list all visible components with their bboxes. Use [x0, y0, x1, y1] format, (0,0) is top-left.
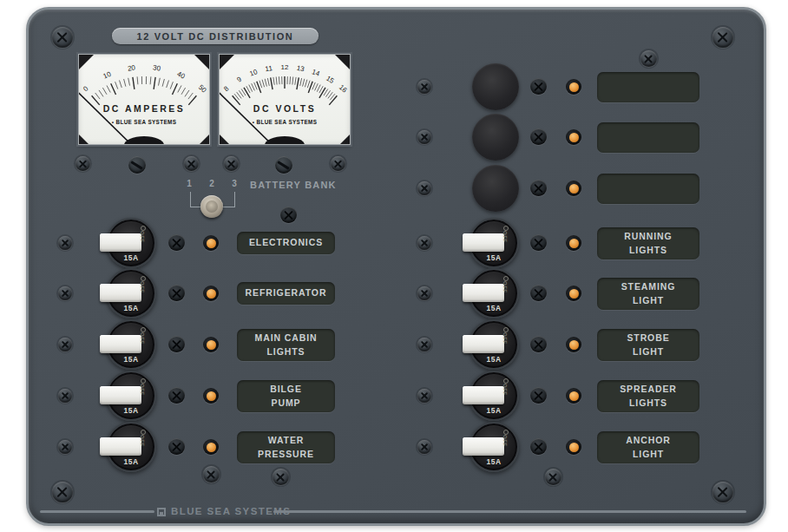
panel-screw: [530, 336, 547, 352]
breaker-off-label: OFF: [140, 384, 145, 396]
panel-screw: [530, 438, 547, 455]
svg-text:14: 14: [311, 68, 321, 78]
breaker-toggle[interactable]: [100, 335, 141, 353]
breaker-spreader-lights[interactable]: OFF 15A: [469, 371, 519, 421]
blue-sea-logo-icon: [157, 508, 166, 516]
corner-screw: [712, 482, 733, 502]
slotted-screw: [128, 156, 146, 174]
meter-title: DC AMPERES: [103, 103, 186, 114]
corner-screw: [52, 482, 73, 502]
panel-screw: [530, 78, 547, 95]
breaker-toggle[interactable]: [463, 437, 504, 456]
breaker-toggle[interactable]: [463, 386, 504, 404]
led-indicator-anchor-light: [566, 439, 581, 455]
svg-text:50: 50: [197, 83, 208, 95]
panel-title: 12 VOLT DC DISTRIBUTION: [137, 31, 294, 42]
battery-bank-selector-knob[interactable]: [200, 195, 223, 218]
panel-screw: [168, 285, 185, 301]
panel-screw: [184, 156, 199, 171]
svg-text:15: 15: [325, 75, 336, 86]
footer-divider: [40, 510, 154, 513]
label-anchor-light: ANCHORLIGHT: [597, 431, 699, 463]
battery-position-2: 2: [207, 179, 217, 188]
led-indicator-spreader-lights: [566, 388, 581, 404]
breaker-toggle[interactable]: [100, 437, 141, 456]
breaker-rating: 15A: [470, 355, 517, 364]
breaker-rating: 15A: [470, 253, 517, 262]
breaker-toggle[interactable]: [463, 233, 504, 252]
panel-screw: [76, 156, 90, 171]
breaker-off-label: OFF: [140, 281, 145, 293]
breaker-rating: 15A: [470, 457, 517, 466]
meter-needle: [79, 92, 138, 144]
breaker-rating: 15A: [108, 253, 154, 262]
breaker-toggle[interactable]: [463, 335, 504, 353]
label-water-pressure: WATERPRESSURE: [237, 431, 335, 463]
breaker-rating: 15A: [470, 406, 517, 415]
breaker-steaming-light[interactable]: OFF 15A: [469, 268, 519, 319]
label-electronics: ELECTRONICS: [237, 232, 335, 254]
blank-breaker-position: [472, 63, 519, 110]
panel-screw: [168, 387, 185, 404]
breaker-off-label: OFF: [502, 332, 508, 345]
panel-screw: [530, 128, 547, 145]
svg-text:9: 9: [235, 75, 243, 83]
breaker-toggle[interactable]: [100, 284, 141, 302]
dc-amperes-meter: 01020304050DC AMPERES▪ BLUE SEA SYSTEMS: [78, 54, 210, 145]
breaker-rating: 15A: [108, 406, 154, 415]
battery-position-3: 3: [229, 179, 240, 188]
edge-screw: [417, 130, 431, 144]
led-indicator-bilge-pump: [203, 388, 219, 404]
breaker-toggle[interactable]: [463, 284, 504, 302]
label-main-cabin-lights: MAIN CABINLIGHTS: [237, 329, 335, 361]
led-indicator-spare: [566, 79, 581, 95]
breaker-electronics[interactable]: OFF 15A: [106, 218, 156, 268]
led-indicator-steaming-light: [566, 286, 581, 301]
dc-volts-meter-svg: 8910111213141516DC VOLTS▪ BLUE SEA SYSTE…: [220, 55, 350, 144]
led-indicator-refrigerator: [203, 286, 219, 301]
breaker-anchor-light[interactable]: OFF 15A: [469, 422, 519, 472]
blank-breaker-position: [472, 114, 519, 161]
blank-label-plate: [597, 72, 699, 102]
panel-screw: [168, 438, 185, 455]
panel-screw: [224, 156, 239, 171]
edge-screw: [417, 286, 431, 300]
panel-screw: [168, 336, 185, 352]
meter-needle: [220, 92, 279, 144]
panel-screw: [168, 234, 185, 251]
svg-text:0: 0: [82, 84, 90, 93]
product-photo-canvas: 12 VOLT DC DISTRIBUTION 01020304050DC AM…: [0, 0, 788, 532]
label-refrigerator: REFRIGERATOR: [237, 282, 335, 305]
breaker-off-label: OFF: [140, 332, 145, 345]
svg-text:11: 11: [265, 64, 273, 73]
led-indicator-spare: [566, 129, 581, 145]
breaker-off-label: OFF: [140, 231, 145, 243]
edge-screw: [58, 440, 72, 454]
svg-text:8: 8: [222, 84, 231, 93]
edge-screw: [58, 338, 72, 351]
panel-screw: [530, 180, 547, 196]
edge-screw: [417, 440, 431, 454]
dc-volts-meter: 8910111213141516DC VOLTS▪ BLUE SEA SYSTE…: [219, 54, 351, 145]
breaker-water-pressure[interactable]: OFF 15A: [106, 422, 156, 472]
breaker-main-cabin-lights[interactable]: OFF 15A: [106, 319, 156, 370]
corner-screw: [52, 27, 73, 48]
breaker-strobe-light[interactable]: OFF 15A: [469, 319, 519, 370]
meter-title: DC VOLTS: [253, 103, 316, 114]
label-steaming-light: STEAMINGLIGHT: [597, 278, 699, 310]
breaker-rating: 15A: [108, 304, 154, 312]
panel-screw: [273, 469, 289, 485]
blank-breaker-position: [472, 165, 519, 212]
svg-text:20: 20: [127, 63, 136, 72]
breaker-off-label: OFF: [502, 281, 508, 293]
led-indicator-main-cabin-lights: [203, 337, 219, 352]
breaker-toggle[interactable]: [100, 386, 141, 404]
panel-screw: [331, 156, 345, 171]
footer-divider: [273, 510, 746, 513]
breaker-toggle[interactable]: [100, 233, 141, 252]
breaker-refrigerator[interactable]: OFF 15A: [106, 268, 156, 319]
breaker-bilge-pump[interactable]: OFF 15A: [106, 371, 156, 421]
breaker-running-lights[interactable]: OFF 15A: [469, 218, 519, 268]
svg-text:12: 12: [281, 63, 289, 71]
led-indicator-running-lights: [566, 235, 581, 251]
